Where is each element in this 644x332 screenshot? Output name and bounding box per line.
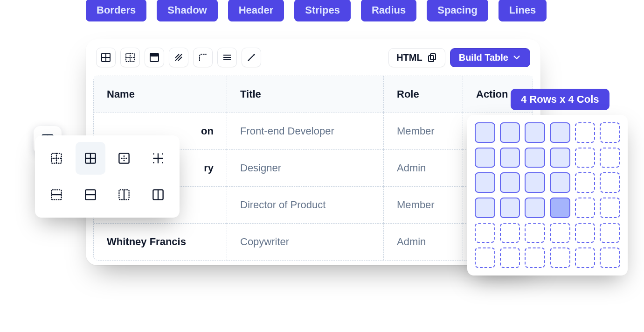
cell-role: Admin <box>383 223 463 260</box>
tool-header[interactable] <box>145 48 164 67</box>
pill-stripes[interactable]: Stripes <box>294 0 351 21</box>
size-cell[interactable] <box>475 172 495 193</box>
pill-lines[interactable]: Lines <box>499 0 547 21</box>
size-cell[interactable] <box>600 148 620 168</box>
size-cell[interactable] <box>575 172 596 193</box>
size-picker-label: 4 Rows x 4 Cols <box>511 89 609 110</box>
size-cell[interactable] <box>500 223 520 243</box>
border-style-popover <box>35 135 180 218</box>
size-cell[interactable] <box>550 172 570 193</box>
border-option-horizontal[interactable] <box>42 178 72 211</box>
size-cell[interactable] <box>550 247 570 268</box>
cell-title: Front-end Developer <box>227 113 383 149</box>
border-option-split-v[interactable] <box>143 178 173 211</box>
tool-shadow[interactable] <box>120 48 140 67</box>
build-label: Build Table <box>459 52 508 63</box>
size-cell[interactable] <box>575 198 596 218</box>
size-cell[interactable] <box>550 223 570 243</box>
size-cell[interactable] <box>475 198 495 218</box>
border-dotted-icon <box>125 52 135 63</box>
feature-pills: Borders Shadow Header Stripes Radius Spa… <box>86 0 547 21</box>
cell-role: Admin <box>383 149 463 186</box>
size-cell[interactable] <box>475 247 495 268</box>
size-cell[interactable] <box>575 247 596 268</box>
tool-spacing[interactable] <box>217 48 237 67</box>
size-cell[interactable] <box>575 148 596 168</box>
size-cell[interactable] <box>500 172 520 193</box>
size-cell[interactable] <box>525 148 545 168</box>
toolbar: HTML Build Table <box>93 46 533 73</box>
size-cell[interactable] <box>500 198 520 218</box>
cell-role: Member <box>383 186 463 223</box>
border-option-outer[interactable] <box>109 142 139 175</box>
line-icon <box>246 52 256 63</box>
cell-title: Designer <box>227 149 383 186</box>
size-cell[interactable] <box>525 223 545 243</box>
cell-title: Director of Product <box>227 186 383 223</box>
size-cell[interactable] <box>525 122 545 143</box>
col-header-role: Role <box>383 76 463 113</box>
radius-icon <box>198 52 208 63</box>
tool-stripes[interactable] <box>169 48 188 67</box>
cell-role: Member <box>383 113 463 149</box>
html-label: HTML <box>396 52 422 63</box>
size-cell[interactable] <box>500 122 520 143</box>
border-option-inner[interactable] <box>143 142 173 175</box>
copy-html-button[interactable]: HTML <box>388 48 445 67</box>
size-cell[interactable] <box>600 247 620 268</box>
size-cell[interactable] <box>550 198 570 218</box>
pill-header[interactable]: Header <box>228 0 284 21</box>
border-all-icon <box>101 52 111 63</box>
pill-radius[interactable]: Radius <box>361 0 416 21</box>
border-option-dotted[interactable] <box>42 142 72 175</box>
size-picker <box>467 115 628 275</box>
size-cell[interactable] <box>475 148 495 168</box>
border-option-split-h[interactable] <box>76 178 106 211</box>
pill-shadow[interactable]: Shadow <box>157 0 217 21</box>
table-row: Whitney Francis Copywriter Admin <box>94 223 533 260</box>
size-cell[interactable] <box>600 198 620 218</box>
size-cell[interactable] <box>525 247 545 268</box>
col-header-name: Name <box>94 76 227 113</box>
col-header-title: Title <box>227 76 383 113</box>
size-cell[interactable] <box>500 148 520 168</box>
size-cell[interactable] <box>600 122 620 143</box>
size-cell[interactable] <box>475 122 495 143</box>
table-header-row: Name Title Role Action <box>94 76 533 113</box>
cell-title: Copywriter <box>227 223 383 260</box>
tool-radius[interactable] <box>193 48 213 67</box>
size-cell[interactable] <box>525 172 545 193</box>
size-cell[interactable] <box>475 223 495 243</box>
size-cell[interactable] <box>575 122 596 143</box>
header-icon <box>149 52 159 63</box>
pill-borders[interactable]: Borders <box>86 0 146 21</box>
size-cell[interactable] <box>525 198 545 218</box>
build-table-button[interactable]: Build Table <box>450 48 530 67</box>
size-cell[interactable] <box>600 223 620 243</box>
border-option-vertical[interactable] <box>109 178 139 211</box>
size-cell[interactable] <box>600 172 620 193</box>
border-option-all[interactable] <box>76 142 106 175</box>
size-cell[interactable] <box>500 247 520 268</box>
spacing-icon <box>222 52 232 63</box>
size-cell[interactable] <box>550 122 570 143</box>
cell-name: Whitney Francis <box>94 223 227 260</box>
pill-spacing[interactable]: Spacing <box>427 0 488 21</box>
chevron-down-icon <box>512 53 521 62</box>
tool-borders[interactable] <box>96 48 116 67</box>
size-cell[interactable] <box>550 148 570 168</box>
size-cell[interactable] <box>575 223 596 243</box>
stripes-icon <box>173 52 184 63</box>
tool-lines[interactable] <box>242 48 261 67</box>
copy-icon <box>427 52 437 63</box>
